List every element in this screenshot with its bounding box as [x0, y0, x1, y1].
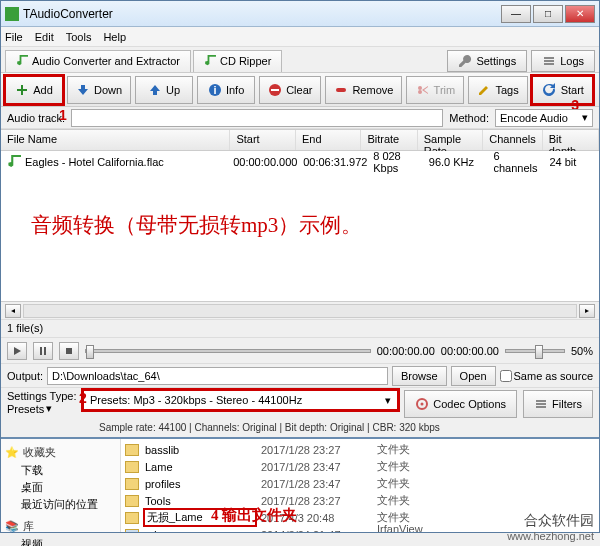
menu-help[interactable]: Help	[103, 31, 126, 43]
pause-icon	[38, 346, 48, 356]
remove-button[interactable]: Remove	[325, 76, 402, 104]
settings-button[interactable]: Settings	[447, 50, 527, 72]
encoder-info-line: Sample rate: 44100 | Channels: Original …	[1, 420, 599, 437]
tab-cd-ripper[interactable]: CD Ripper	[193, 50, 282, 72]
browse-button[interactable]: Browse	[392, 366, 447, 386]
scissors-icon	[416, 83, 430, 97]
codec-options-button[interactable]: Codec Options	[404, 390, 517, 418]
note-icon	[204, 55, 216, 67]
chevron-down-icon: ▾	[46, 402, 52, 415]
tab-converter[interactable]: Audio Converter and Extractor	[5, 50, 191, 72]
time-current: 00:00:00.00	[377, 345, 435, 357]
file-count-label: 1 file(s)	[1, 319, 599, 337]
slider-thumb[interactable]	[535, 345, 543, 359]
refresh-icon	[541, 82, 557, 98]
up-button[interactable]: Up	[135, 76, 193, 104]
filters-button[interactable]: Filters	[523, 390, 593, 418]
presets-dropdown[interactable]: Presets ▾	[7, 402, 77, 415]
trim-button[interactable]: Trim	[406, 76, 464, 104]
scroll-right-button[interactable]: ▸	[579, 304, 595, 318]
tab-label: CD Ripper	[220, 55, 271, 67]
col-end[interactable]: End	[296, 130, 362, 150]
folder-row[interactable]: profiles2017/1/28 23:47文件夹	[121, 475, 599, 492]
chevron-down-icon: ▾	[582, 111, 588, 124]
sidebar-recent[interactable]: 最近访问的位置	[5, 496, 116, 513]
sidebar-favorites[interactable]: ⭐ 收藏夹	[5, 445, 116, 460]
play-button[interactable]	[7, 342, 27, 360]
slider-thumb[interactable]	[86, 345, 94, 359]
player-controls: 00:00:00.00 00:00:00.00 50%	[1, 337, 599, 363]
sidebar-video[interactable]: 视频	[5, 536, 116, 546]
toolbar: Add Down Up i Info Clear Remove Trim Tag	[1, 73, 599, 107]
clear-button[interactable]: Clear	[259, 76, 321, 104]
minimize-button[interactable]: —	[501, 5, 531, 23]
table-header: File Name Start End Bitrate Sample Rate …	[1, 129, 599, 151]
svg-text:i: i	[213, 84, 216, 96]
tags-button[interactable]: Tags	[468, 76, 527, 104]
folder-row[interactable]: basslib2017/1/28 23:27文件夹	[121, 441, 599, 458]
open-button[interactable]: Open	[451, 366, 496, 386]
sidebar-library[interactable]: 📚 库	[5, 519, 116, 534]
title-bar: TAudioConverter — □ ✕	[1, 1, 599, 27]
stop-button[interactable]	[59, 342, 79, 360]
arrow-up-icon	[148, 83, 162, 97]
method-select[interactable]: Encode Audio ▾	[495, 109, 593, 127]
annotation-overlay-text: 音频转换（母带无损转mp3）示例。	[31, 211, 362, 239]
wrench-icon	[458, 54, 472, 68]
audio-track-combo[interactable]	[71, 109, 443, 127]
volume-percent: 50%	[571, 345, 593, 357]
col-channels[interactable]: Channels	[483, 130, 542, 150]
window-title: TAudioConverter	[23, 7, 501, 21]
seek-slider[interactable]	[85, 349, 371, 353]
svg-point-7	[421, 403, 424, 406]
explorer-sidebar: ⭐ 收藏夹 下载 桌面 最近访问的位置 📚 库 视频	[1, 439, 121, 532]
audio-file-icon	[7, 155, 21, 169]
folder-row[interactable]: Lame2017/1/28 23:47文件夹	[121, 458, 599, 475]
arrow-down-icon	[76, 83, 90, 97]
folder-icon	[125, 495, 139, 507]
col-samplerate[interactable]: Sample Rate	[418, 130, 484, 150]
svg-rect-5	[66, 348, 72, 354]
start-button[interactable]: Start	[532, 76, 593, 104]
col-filename[interactable]: File Name	[1, 130, 230, 150]
menu-edit[interactable]: Edit	[35, 31, 54, 43]
menu-tools[interactable]: Tools	[66, 31, 92, 43]
time-total: 00:00:00.00	[441, 345, 499, 357]
menu-file[interactable]: File	[5, 31, 23, 43]
horizontal-scrollbar[interactable]: ◂ ▸	[1, 301, 599, 319]
col-bitdepth[interactable]: Bit depth	[543, 130, 599, 150]
col-bitrate[interactable]: Bitrate	[361, 130, 417, 150]
preset-select[interactable]: Presets: Mp3 - 320kbps - Stereo - 44100H…	[83, 390, 398, 410]
table-row[interactable]: Eagles - Hotel California.flac 00:00:00.…	[1, 151, 599, 173]
close-button[interactable]: ✕	[565, 5, 595, 23]
folder-icon	[125, 512, 139, 524]
svg-rect-4	[336, 88, 346, 92]
method-label: Method:	[449, 112, 489, 124]
scroll-track[interactable]	[23, 304, 577, 318]
info-button[interactable]: i Info	[197, 76, 255, 104]
add-button[interactable]: Add	[5, 76, 63, 104]
sidebar-downloads[interactable]: 下载	[5, 462, 116, 479]
maximize-button[interactable]: □	[533, 5, 563, 23]
output-label: Output:	[7, 370, 43, 382]
image-file-icon	[125, 529, 139, 533]
minus-icon	[334, 83, 348, 97]
stop-icon	[64, 346, 74, 356]
col-start[interactable]: Start	[230, 130, 296, 150]
scroll-left-button[interactable]: ◂	[5, 304, 21, 318]
pause-button[interactable]	[33, 342, 53, 360]
logs-button[interactable]: Logs	[531, 50, 595, 72]
folder-row[interactable]: Tools2017/1/28 23:27文件夹	[121, 492, 599, 509]
audio-track-row: Audio track: 1 Method: Encode Audio ▾	[1, 107, 599, 129]
output-path-field[interactable]: D:\Downloads\tac_64\	[47, 367, 388, 385]
volume-slider[interactable]	[505, 349, 565, 353]
down-button[interactable]: Down	[67, 76, 131, 104]
same-as-source-checkbox[interactable]: Same as source	[500, 370, 593, 382]
sidebar-desktop[interactable]: 桌面	[5, 479, 116, 496]
list-icon	[542, 54, 556, 68]
tab-bar: Audio Converter and Extractor CD Ripper …	[1, 47, 599, 73]
svg-rect-3	[271, 89, 279, 91]
info-icon: i	[208, 83, 222, 97]
play-icon	[12, 346, 22, 356]
clear-icon	[268, 83, 282, 97]
